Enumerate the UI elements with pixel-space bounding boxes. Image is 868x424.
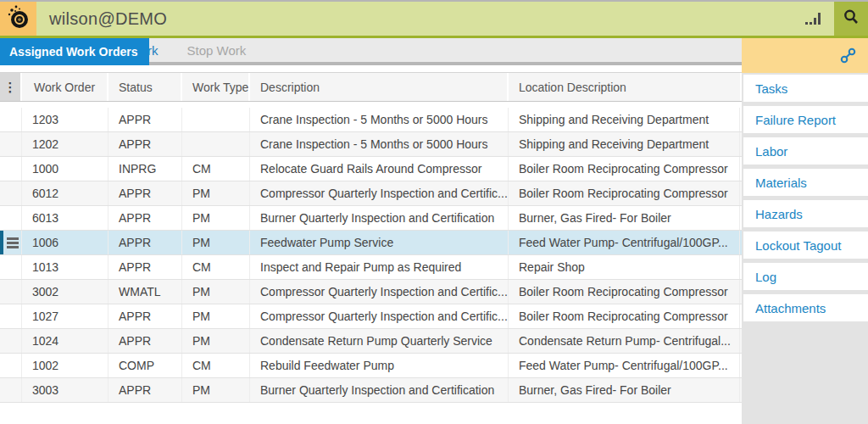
sidebar-item-materials[interactable]: Materials (743, 169, 868, 196)
table-row[interactable]: 1203 APPR Crane Inspection - 5 Months or… (0, 108, 742, 132)
sidebar-item-log[interactable]: Log (743, 263, 868, 290)
stop-work-button[interactable]: Stop Work (187, 43, 247, 58)
table-row[interactable]: 1013 APPR CM Inspect and Repair Pump as … (0, 255, 742, 280)
sidebar-item-attachments[interactable]: Attachments (743, 294, 868, 321)
detail-menu: Tasks Failure Report Labor Materials Haz… (742, 73, 868, 321)
vertical-ellipsis-icon: ⋮ (4, 81, 17, 93)
table-row[interactable]: 6012 APPR PM Compressor Quarterly Inspec… (0, 181, 742, 206)
search-button[interactable] (834, 2, 868, 36)
detail-actions-panel (742, 38, 868, 73)
column-header-description[interactable]: Description (250, 73, 509, 101)
table-top-margin (0, 65, 742, 72)
search-icon (843, 8, 860, 29)
table-row[interactable]: 1002 COMP CM Rebuild Feedwater Pump Feed… (0, 354, 742, 378)
column-header-work-order[interactable]: Work Order (22, 73, 108, 101)
row-menu-column-header[interactable]: ⋮ (0, 73, 22, 101)
table-row[interactable]: 3003 APPR PM Burner Quarterly Inspection… (0, 378, 742, 403)
table-row[interactable]: 1027 APPR PM Compressor Quarterly Inspec… (0, 304, 742, 329)
disc-logo-icon (7, 4, 31, 33)
column-header-location-description[interactable]: Location Description (509, 73, 740, 101)
work-order-list: 1203 APPR Crane Inspection - 5 Months or… (0, 102, 742, 403)
table-row[interactable]: 1202 APPR Crane Inspection - 5 Months or… (0, 132, 742, 157)
sidebar-item-labor[interactable]: Labor (743, 137, 868, 165)
column-header-status[interactable]: Status (108, 73, 182, 101)
tab-assigned-work-orders[interactable]: Assigned Work Orders (0, 38, 149, 65)
link-icon[interactable] (840, 47, 856, 67)
signal-strength-icon (805, 11, 821, 25)
table-row[interactable]: 6013 APPR PM Burner Quarterly Inspection… (0, 206, 742, 231)
sidebar-item-failure-report[interactable]: Failure Report (743, 106, 868, 133)
page-title: wilson@DEMO (49, 9, 167, 29)
app-window: wilson@DEMO Assigned Work Orders (0, 0, 868, 424)
sidebar-item-hazards[interactable]: Hazards (743, 200, 868, 227)
toolbar: Assigned Work Orders New Start Work Stop… (0, 38, 742, 65)
table-row[interactable]: 1024 APPR PM Condensate Return Pump Quar… (0, 329, 742, 354)
row-drag-handle[interactable] (0, 231, 22, 254)
app-header: wilson@DEMO (0, 2, 868, 36)
hamburger-icon (7, 237, 19, 248)
column-header-work-type[interactable]: Work Type (182, 73, 250, 101)
table-row[interactable]: 1000 INPRG CM Relocate Guard Rails Aroun… (0, 157, 742, 181)
sidebar-item-tasks[interactable]: Tasks (743, 75, 868, 102)
table-row-selected[interactable]: 1006 APPR PM Feedwater Pump Service Feed… (0, 231, 742, 255)
app-logo[interactable] (0, 2, 36, 36)
table-header: ⋮ Work Order Status Work Type Descriptio… (0, 72, 742, 102)
table-row[interactable]: 3002 WMATL PM Compressor Quarterly Inspe… (0, 280, 742, 304)
detail-sidebar: Tasks Failure Report Labor Materials Haz… (742, 38, 868, 424)
sidebar-item-lockout-tagout[interactable]: Lockout Tagout (743, 232, 868, 259)
